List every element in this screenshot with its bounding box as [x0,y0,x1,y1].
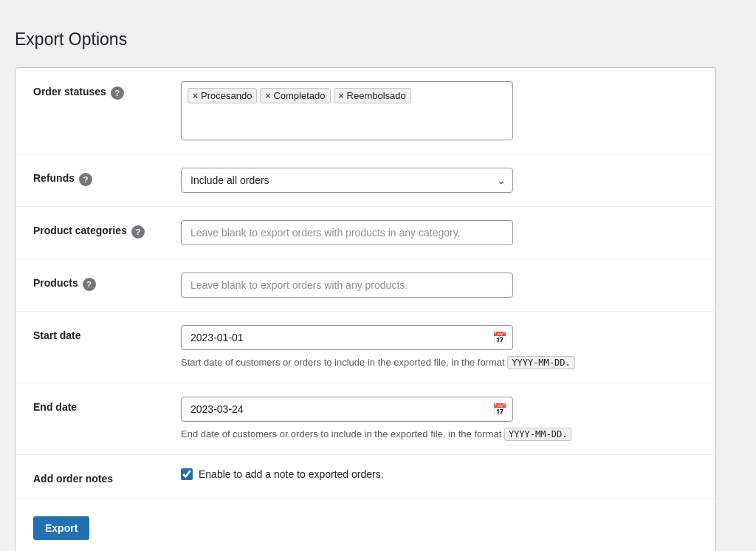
add-order-notes-row: Add order notes Enable to add a note to … [16,455,715,499]
add-order-notes-field: Enable to add a note to exported orders. [181,468,698,480]
tag-reembolsado-text: Reembolsado [347,90,406,101]
refunds-label: Refunds [33,172,75,184]
end-date-row: End date 📅 End date of customers or orde… [16,383,715,455]
product-categories-help-icon[interactable]: ? [131,225,145,239]
order-statuses-label: Order statuses [33,86,106,97]
order-statuses-tag-input[interactable]: × Procesando × Completado × Reembolsado [181,81,513,140]
start-date-label-col: Start date [33,325,181,341]
order-statuses-help-icon[interactable]: ? [111,86,124,100]
end-date-label-col: End date [33,397,181,413]
form-card: Order statuses ? × Procesando × Completa… [15,67,716,551]
tag-procesando-remove[interactable]: × [193,91,198,101]
tag-completado-remove[interactable]: × [265,91,270,101]
end-date-field: 📅 End date of customers or orders to inc… [181,397,698,441]
tag-procesando: × Procesando [188,88,257,103]
order-statuses-field: × Procesando × Completado × Reembolsado [181,81,698,140]
footer-row: Export [16,499,715,551]
end-date-label: End date [33,401,77,413]
end-date-help: End date of customers or orders to inclu… [181,428,698,441]
start-date-wrapper: 📅 [181,325,513,350]
tag-completado-text: Completado [273,90,325,101]
products-row: Products ? [16,259,715,312]
add-order-notes-label-col: Add order notes [33,468,181,485]
page-title: Export Options [15,30,741,49]
order-statuses-label-col: Order statuses ? [33,81,181,100]
start-date-field: 📅 Start date of customers or orders to i… [181,325,698,369]
add-order-notes-checkbox[interactable] [181,468,193,480]
add-order-notes-label: Add order notes [33,473,113,485]
start-date-input[interactable] [181,325,513,350]
start-date-label: Start date [33,329,81,341]
refunds-field: Include all orders Exclude refunds Only … [181,168,698,193]
add-order-notes-checkbox-label: Enable to add a note to exported orders. [199,468,384,480]
tag-procesando-text: Procesando [201,90,252,101]
end-date-wrapper: 📅 [181,397,513,422]
product-categories-label: Product categories [33,225,127,236]
calendar-icon-end[interactable]: 📅 [492,403,507,417]
end-date-input[interactable] [181,397,513,422]
start-date-help: Start date of customers or orders to inc… [181,356,698,369]
products-help-icon[interactable]: ? [83,278,96,291]
start-date-format-badge: YYYY-MM-DD. [507,356,574,369]
page-container: Export Options Order statuses ? × Proces… [15,15,741,551]
tag-completado: × Completado [260,88,330,103]
refunds-select[interactable]: Include all orders Exclude refunds Only … [181,168,513,193]
order-statuses-row: Order statuses ? × Procesando × Completa… [16,68,715,154]
refunds-help-icon[interactable]: ? [79,173,92,186]
add-order-notes-wrapper: Enable to add a note to exported orders. [181,468,698,480]
products-label-col: Products ? [33,273,181,291]
start-date-row: Start date 📅 Start date of customers or … [16,312,715,383]
tag-reembolsado-remove[interactable]: × [339,91,344,101]
end-date-format-badge: YYYY-MM-DD. [504,428,571,441]
product-categories-field [181,220,698,245]
tag-reembolsado: × Reembolsado [334,88,411,103]
export-button[interactable]: Export [33,516,89,540]
product-categories-input[interactable] [181,220,513,245]
products-field [181,273,698,298]
product-categories-label-col: Product categories ? [33,220,181,239]
products-label: Products [33,277,78,289]
refunds-row: Refunds ? Include all orders Exclude ref… [16,154,715,207]
products-input[interactable] [181,273,513,298]
calendar-icon[interactable]: 📅 [492,331,507,345]
refunds-select-wrapper: Include all orders Exclude refunds Only … [181,168,513,193]
product-categories-row: Product categories ? [16,207,715,259]
refunds-label-col: Refunds ? [33,168,181,186]
